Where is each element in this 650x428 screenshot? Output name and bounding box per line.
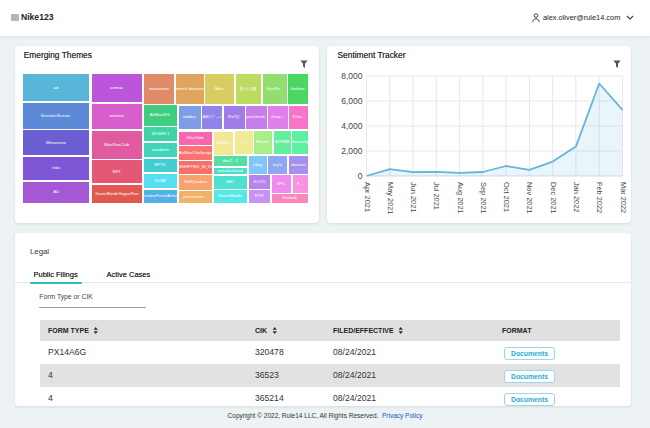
svg-text:Feb 2022: Feb 2022 <box>595 182 604 213</box>
svg-text:Mar 2022: Mar 2022 <box>618 182 627 213</box>
svg-text:Aug 2021: Aug 2021 <box>455 182 464 214</box>
svg-text:0: 0 <box>357 171 362 181</box>
svg-text:6,000: 6,000 <box>341 96 363 106</box>
svg-text:4,000: 4,000 <box>341 121 363 131</box>
svg-text:8,000: 8,000 <box>341 71 363 81</box>
svg-text:May 2021: May 2021 <box>385 182 394 214</box>
svg-text:Jun 2021: Jun 2021 <box>409 182 418 212</box>
svg-text:2,000: 2,000 <box>341 146 363 156</box>
svg-text:Apr 2021: Apr 2021 <box>362 182 371 212</box>
svg-text:Dec 2021: Dec 2021 <box>548 182 557 214</box>
svg-text:Nov 2021: Nov 2021 <box>525 182 534 214</box>
svg-text:Jan 2022: Jan 2022 <box>571 182 580 212</box>
svg-text:Jul 2021: Jul 2021 <box>432 182 441 210</box>
svg-text:Sep 2021: Sep 2021 <box>478 182 487 214</box>
svg-text:Oct 2021: Oct 2021 <box>502 182 511 212</box>
